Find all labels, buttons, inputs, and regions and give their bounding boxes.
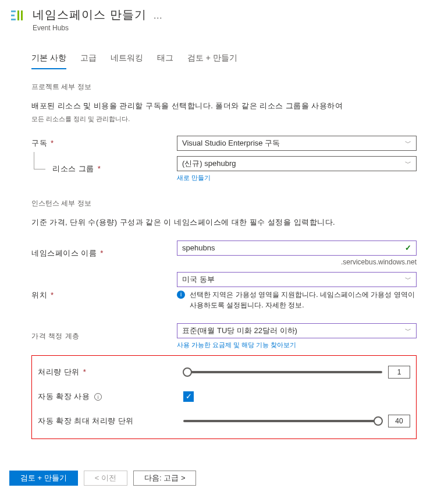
namespace-input[interactable]: spehubns ✓: [177, 241, 417, 256]
next-button[interactable]: 다음: 고급 >: [133, 471, 196, 486]
svg-rect-1: [11, 15, 15, 16]
svg-rect-0: [11, 10, 16, 12]
tab-advanced[interactable]: 고급: [80, 51, 97, 66]
subscription-row: 구독* Visual Studio Enterprise 구독 ﹀: [31, 135, 417, 151]
create-new-link[interactable]: 새로 만들기: [177, 174, 417, 182]
resource-group-label: 리소스 그룹*: [31, 164, 177, 174]
location-info-row: i 선택한 지역은 가용성 영역을 지원합니다. 네임스페이스에 가용성 영역이…: [177, 289, 417, 310]
previous-button: < 이전: [84, 471, 127, 486]
location-info-text: 선택한 지역은 가용성 영역을 지원합니다. 네임스페이스에 가용성 영역이 사…: [190, 289, 417, 310]
max-throughput-value[interactable]: 40: [388, 415, 410, 427]
more-button[interactable]: …: [153, 10, 162, 20]
info-icon[interactable]: i: [94, 393, 102, 401]
max-throughput-row: 자동 확장 최대 처리량 단위 40: [38, 413, 410, 429]
namespace-label: 네임스페이스 이름*: [31, 248, 177, 259]
svg-rect-4: [21, 10, 23, 20]
check-icon: ✓: [405, 243, 411, 252]
throughput-units-row: 처리량 단위* 1: [38, 364, 410, 380]
footer-buttons: 검토 + 만들기 < 이전 다음: 고급 >: [9, 471, 196, 486]
section-instance-desc: 기준 가격, 단위 수(용량) 구성과 같은 이 네임스페이스에 대한 필수 설…: [31, 217, 417, 229]
tab-basics[interactable]: 기본 사항: [31, 51, 66, 66]
chevron-down-icon: ﹀: [405, 159, 411, 168]
throughput-units-label: 처리량 단위*: [38, 367, 183, 377]
throughput-value[interactable]: 1: [388, 366, 410, 379]
auto-inflate-checkbox[interactable]: ✓: [183, 391, 194, 402]
chevron-down-icon: ﹀: [405, 326, 411, 335]
throughput-slider[interactable]: [183, 371, 382, 373]
subscription-select[interactable]: Visual Studio Enterprise 구독 ﹀: [177, 136, 417, 151]
page-subtitle: Event Hubs: [33, 24, 439, 32]
pricing-row: 가격 책정 계층 표준(매월 TU당 미화 22달러 이하) ﹀ 사용 가능한 …: [31, 323, 417, 349]
page-title: 네임스페이스 만들기: [33, 8, 147, 21]
section-project-desc-sub: 모든 리소스를 정리 및 관리합니다.: [31, 115, 417, 123]
tab-tags[interactable]: 태그: [157, 51, 173, 66]
resource-group-row: 리소스 그룹* (신규) spehubrg ﹀ 새로 만들기: [31, 156, 417, 182]
chevron-down-icon: ﹀: [405, 139, 411, 147]
tab-bar: 기본 사항 고급 네트워킹 태그 검토 + 만들기: [0, 51, 448, 66]
namespace-row: 네임스페이스 이름* spehubns ✓ .servicebus.window…: [31, 241, 417, 266]
namespace-suffix: .servicebus.windows.net: [177, 258, 417, 266]
pricing-select[interactable]: 표준(매월 TU당 미화 22달러 이하) ﹀: [177, 323, 417, 338]
location-row: 위치* 미국 동부 ﹀ i 선택한 지역은 가용성 영역을 지원합니다. 네임스…: [31, 272, 417, 319]
form-content: 프로젝트 세부 정보 배포된 리소스 및 비용을 관리할 구독을 선택합니다. …: [0, 82, 448, 439]
review-create-button[interactable]: 검토 + 만들기: [9, 471, 78, 486]
slider-thumb[interactable]: [183, 367, 192, 377]
section-project-desc: 배포된 리소스 및 비용을 관리할 구독을 선택합니다. 폴더와 같은 리소스 …: [31, 100, 417, 112]
header-titles: 네임스페이스 만들기 … Event Hubs: [33, 7, 439, 32]
section-project-title: 프로젝트 세부 정보: [31, 82, 417, 92]
section-instance-title: 인스턴스 세부 정보: [31, 199, 417, 208]
max-throughput-slider[interactable]: [183, 420, 382, 422]
resource-group-select[interactable]: (신규) spehubrg ﹀: [177, 156, 417, 171]
svg-rect-3: [17, 10, 19, 20]
auto-inflate-label: 자동 확장 사용 i: [38, 391, 183, 402]
namespace-icon: [9, 8, 26, 24]
info-icon: i: [177, 291, 185, 299]
location-select[interactable]: 미국 동부 ﹀: [177, 272, 417, 287]
pricing-link[interactable]: 사용 가능한 요금제 및 해당 기능 찾아보기: [177, 341, 417, 349]
tab-networking[interactable]: 네트워킹: [111, 51, 143, 66]
auto-inflate-row: 자동 확장 사용 i ✓: [38, 388, 410, 405]
max-throughput-label: 자동 확장 최대 처리량 단위: [38, 416, 183, 426]
page-header: 네임스페이스 만들기 … Event Hubs: [0, 0, 448, 37]
slider-thumb[interactable]: [374, 416, 383, 426]
pricing-label: 가격 책정 계층: [31, 331, 177, 341]
svg-rect-2: [11, 19, 16, 20]
throughput-highlight-box: 처리량 단위* 1 자동 확장 사용 i ✓ 자동 확장 최대 처리량 단위: [31, 355, 417, 439]
tab-review[interactable]: 검토 + 만들기: [187, 51, 237, 66]
subscription-label: 구독*: [31, 138, 177, 148]
location-label: 위치*: [31, 290, 177, 300]
chevron-down-icon: ﹀: [405, 275, 411, 284]
